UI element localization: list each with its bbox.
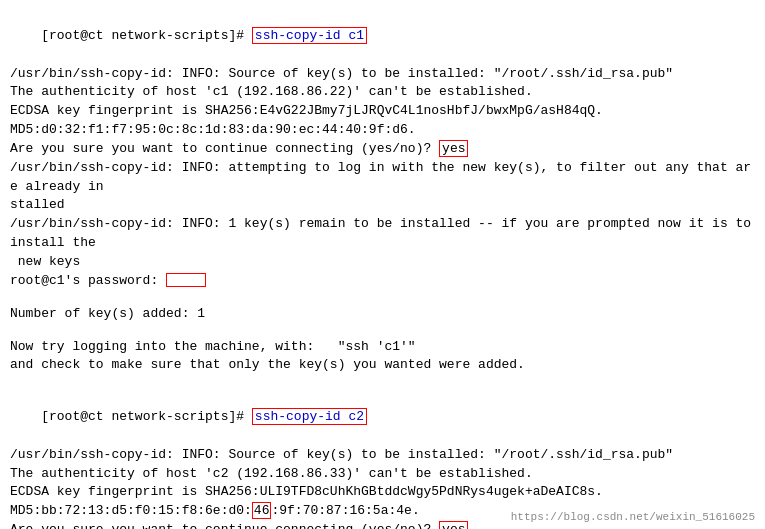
- yes-answer-2: yes: [439, 521, 468, 529]
- line-6: Are you sure you want to continue connec…: [10, 140, 755, 159]
- blank-1: [10, 291, 755, 305]
- line-12: and check to make sure that only the key…: [10, 356, 755, 375]
- line-4: ECDSA key fingerprint is SHA256:E4vG22JB…: [10, 102, 755, 121]
- line-7: /usr/bin/ssh-copy-id: INFO: attempting t…: [10, 159, 755, 216]
- line-3: The authenticity of host 'c1 (192.168.86…: [10, 83, 755, 102]
- yes-answer-1: yes: [439, 140, 468, 157]
- line-1: [root@ct network-scripts]# ssh-copy-id c…: [10, 8, 755, 65]
- blank-2: [10, 324, 755, 338]
- password-input-1[interactable]: [166, 273, 206, 287]
- line-13: [root@ct network-scripts]# ssh-copy-id c…: [10, 389, 755, 446]
- line-14: /usr/bin/ssh-copy-id: INFO: Source of ke…: [10, 446, 755, 465]
- line-2: /usr/bin/ssh-copy-id: INFO: Source of ke…: [10, 65, 755, 84]
- command-2: ssh-copy-id c2: [252, 408, 367, 425]
- line-15: The authenticity of host 'c2 (192.168.86…: [10, 465, 755, 484]
- prompt-2: [root@ct network-scripts]#: [41, 409, 252, 424]
- line-8: /usr/bin/ssh-copy-id: INFO: 1 key(s) rem…: [10, 215, 755, 272]
- line-11: Now try logging into the machine, with: …: [10, 338, 755, 357]
- watermark: https://blog.csdn.net/weixin_51616025: [511, 511, 755, 523]
- line-10: Number of key(s) added: 1: [10, 305, 755, 324]
- blank-3: [10, 375, 755, 389]
- command-1: ssh-copy-id c1: [252, 27, 367, 44]
- terminal-window: [root@ct network-scripts]# ssh-copy-id c…: [0, 0, 765, 529]
- line-5: MD5:d0:32:f1:f7:95:0c:8c:1d:83:da:90:ec:…: [10, 121, 755, 140]
- prompt-1: [root@ct network-scripts]#: [41, 28, 252, 43]
- line-9: root@c1's password:: [10, 272, 755, 291]
- line-16: ECDSA key fingerprint is SHA256:ULI9TFD8…: [10, 483, 755, 502]
